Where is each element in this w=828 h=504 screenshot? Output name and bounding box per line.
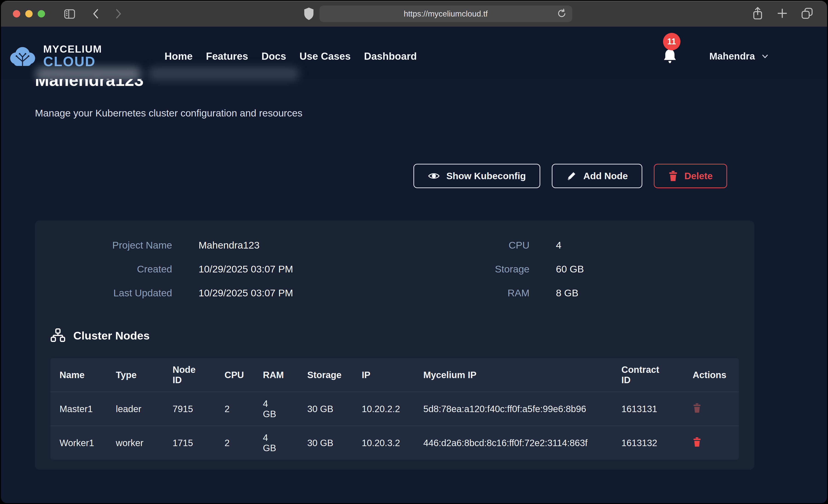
user-menu[interactable]: Mahendra <box>709 51 770 62</box>
col-storage: Storage <box>298 358 353 392</box>
notifications-button[interactable]: 11 <box>662 47 678 66</box>
col-ip: IP <box>353 358 414 392</box>
detail-value: 60 GB <box>530 263 754 275</box>
close-window-button[interactable] <box>13 10 20 17</box>
blur-smudge <box>148 67 300 80</box>
cell-node-id: 7915 <box>163 392 215 426</box>
trash-icon <box>693 403 701 413</box>
table-header-row: Name Type Node ID CPU RAM Storage IP Myc… <box>50 358 739 392</box>
share-icon[interactable] <box>751 6 764 21</box>
trash-icon <box>668 170 678 181</box>
col-type: Type <box>107 358 163 392</box>
detail-row: Last Updated 10/29/2025 03:07 PM RAM 8 G… <box>35 281 754 305</box>
site-navbar: MYCELIUM CLOUD Home Features Docs Use Ca… <box>1 27 827 79</box>
nav-link[interactable]: Docs <box>261 50 286 62</box>
cluster-details-card: Project Name Mahendra123 CPU 4 Created 1… <box>35 220 754 470</box>
page-content: MYCELIUM CLOUD Home Features Docs Use Ca… <box>1 27 827 503</box>
delete-cluster-button[interactable]: Delete <box>654 164 727 188</box>
col-name: Name <box>50 358 107 392</box>
cell-node-id: 1715 <box>163 426 215 460</box>
col-ram: RAM <box>254 358 298 392</box>
nav-link[interactable]: Home <box>165 50 193 62</box>
trash-icon <box>693 437 701 447</box>
zoom-window-button[interactable] <box>38 10 45 17</box>
cell-contract-id: 1613131 <box>612 392 684 426</box>
traffic-lights <box>13 10 45 17</box>
network-nodes-icon <box>50 328 66 343</box>
new-tab-icon[interactable] <box>776 7 788 20</box>
detail-label: Storage <box>425 263 530 275</box>
col-cpu: CPU <box>215 358 254 392</box>
cell-ram: 4 GB <box>254 392 298 426</box>
notification-badge: 11 <box>663 33 680 50</box>
col-actions: Actions <box>684 358 739 392</box>
detail-row: Project Name Mahendra123 CPU 4 <box>35 233 754 257</box>
cell-actions <box>684 426 739 460</box>
back-button-icon[interactable] <box>90 8 102 20</box>
delete-node-button[interactable] <box>693 403 701 414</box>
address-bar[interactable]: https://myceliumcloud.tf <box>320 5 572 22</box>
cell-actions <box>684 392 739 426</box>
eye-icon <box>428 171 440 181</box>
cell-storage: 30 GB <box>298 392 353 426</box>
detail-label: CPU <box>425 240 530 251</box>
detail-label: Project Name <box>35 240 172 251</box>
cell-type: worker <box>107 426 163 460</box>
cloud-logo-icon <box>8 45 37 67</box>
minimize-window-button[interactable] <box>25 10 33 17</box>
detail-row: Created 10/29/2025 03:07 PM Storage 60 G… <box>35 257 754 281</box>
cell-type: leader <box>107 392 163 426</box>
table-row: Master1 leader 7915 2 4 GB 30 GB 10.20.2… <box>50 392 739 426</box>
nav-link[interactable]: Features <box>206 50 248 62</box>
add-node-button[interactable]: Add Node <box>552 164 642 188</box>
cluster-nodes-heading: Cluster Nodes <box>50 327 754 344</box>
cell-ip: 10.20.2.2 <box>353 392 414 426</box>
nav-links: Home Features Docs Use Cases Dashboard <box>165 50 417 62</box>
delete-node-button[interactable] <box>693 437 701 448</box>
pencil-icon <box>566 171 577 181</box>
col-contract-id: Contract ID <box>612 358 684 392</box>
detail-value: 4 <box>530 240 754 251</box>
cluster-actions-toolbar: Show Kubeconfig Add Node Delete <box>413 164 727 188</box>
col-mycelium-ip: Mycelium IP <box>414 358 612 392</box>
cell-mycelium-ip: 5d8:78ea:a120:f40c:ff0f:a5fe:99e6:8b96 <box>414 392 612 426</box>
cell-mycelium-ip: 446:d2a6:8bcd:8c16:ff0f:72e2:3114:863f <box>414 426 612 460</box>
cluster-nodes-table: Name Type Node ID CPU RAM Storage IP Myc… <box>50 358 739 460</box>
blur-smudge <box>35 67 141 80</box>
sidebar-toggle-icon[interactable] <box>63 7 76 20</box>
nav-link[interactable]: Dashboard <box>364 50 417 62</box>
detail-value: 10/29/2025 03:07 PM <box>172 263 425 275</box>
cell-cpu: 2 <box>215 426 254 460</box>
col-node-id: Node ID <box>163 358 215 392</box>
cell-ip: 10.20.3.2 <box>353 426 414 460</box>
logo-text-bottom: CLOUD <box>43 54 102 69</box>
detail-label: Created <box>35 263 172 275</box>
detail-value: 10/29/2025 03:07 PM <box>172 287 425 299</box>
project-details: Project Name Mahendra123 CPU 4 Created 1… <box>35 220 754 305</box>
show-kubeconfig-button[interactable]: Show Kubeconfig <box>413 164 540 188</box>
detail-label: RAM <box>425 287 530 299</box>
cell-cpu: 2 <box>215 392 254 426</box>
detail-label: Last Updated <box>35 287 172 299</box>
cell-name: Worker1 <box>50 426 107 460</box>
privacy-shield-icon[interactable] <box>303 7 315 20</box>
cell-storage: 30 GB <box>298 426 353 460</box>
logo-text-top: MYCELIUM <box>43 44 102 54</box>
chevron-down-icon <box>760 52 770 61</box>
tab-overview-icon[interactable] <box>800 7 814 21</box>
cell-name: Master1 <box>50 392 107 426</box>
browser-window: https://myceliumcloud.tf <box>1 1 827 503</box>
url-text[interactable]: https://myceliumcloud.tf <box>320 9 572 18</box>
detail-value: Mahendra123 <box>172 240 425 251</box>
mycelium-cloud-logo[interactable]: MYCELIUM CLOUD <box>8 44 102 69</box>
browser-toolbar: https://myceliumcloud.tf <box>1 1 827 27</box>
cell-ram: 4 GB <box>254 426 298 460</box>
user-name: Mahendra <box>709 51 755 62</box>
nav-link[interactable]: Use Cases <box>299 50 351 62</box>
forward-button-icon[interactable] <box>112 8 124 20</box>
reload-icon[interactable] <box>556 8 567 19</box>
page-subtitle: Manage your Kubernetes cluster configura… <box>35 108 302 119</box>
table-row: Worker1 worker 1715 2 4 GB 30 GB 10.20.3… <box>50 426 739 460</box>
detail-value: 8 GB <box>530 287 754 299</box>
cell-contract-id: 1613132 <box>612 426 684 460</box>
